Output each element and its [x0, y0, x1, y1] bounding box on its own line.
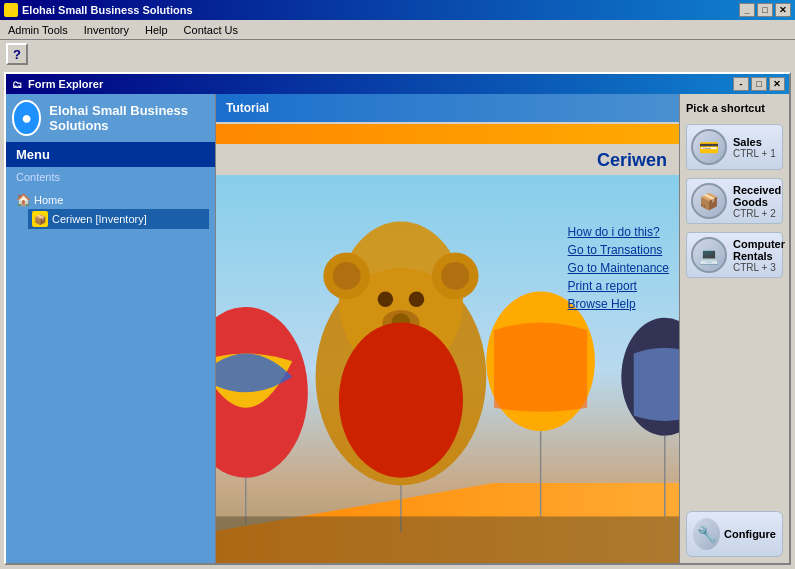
- logo-icon: ●: [21, 108, 32, 129]
- shortcuts-panel: Pick a shortcut 💳 Sales CTRL + 1 📦 Recei…: [679, 94, 789, 563]
- title-bar: ⚡ Elohai Small Business Solutions _ □ ✕: [0, 0, 795, 20]
- maximize-button[interactable]: □: [757, 3, 773, 17]
- menu-admin-tools[interactable]: Admin Tools: [4, 22, 72, 38]
- help-area: ?: [0, 40, 795, 68]
- tree-item-home[interactable]: 🏠 Home: [12, 191, 209, 209]
- close-button[interactable]: ✕: [775, 3, 791, 17]
- app-header: ● Elohai Small Business Solutions: [6, 94, 215, 142]
- tree-child: 📦 Ceriwen [Inventory]: [28, 209, 209, 229]
- tree-ceriwen-label: Ceriwen [Inventory]: [52, 213, 147, 225]
- received-goods-hotkey: CTRL + 2: [733, 208, 781, 219]
- form-title-bar: 🗂 Form Explorer - □ ✕: [6, 74, 789, 94]
- received-goods-name: Received Goods: [733, 184, 781, 208]
- svg-rect-11: [370, 377, 432, 439]
- form-explorer-title: Form Explorer: [28, 78, 103, 90]
- tutorial-label: Tutorial: [226, 101, 269, 115]
- window-title: Elohai Small Business Solutions: [22, 4, 193, 16]
- menu-label: Menu: [16, 147, 50, 162]
- link-print[interactable]: Print a report: [568, 279, 669, 293]
- tree-item-ceriwen[interactable]: 📦 Ceriwen [Inventory]: [28, 209, 209, 229]
- form-maximize-button[interactable]: □: [751, 77, 767, 91]
- content-section: Tutorial Ceriwen: [216, 94, 679, 563]
- link-transactions[interactable]: Go to Transations: [568, 243, 669, 257]
- link-browse-help[interactable]: Browse Help: [568, 297, 669, 311]
- configure-icon: 🔧: [693, 518, 720, 550]
- link-how-to[interactable]: How do i do this?: [568, 225, 669, 239]
- tree-home-label: Home: [34, 194, 63, 206]
- shortcut-received-goods-text: Received Goods CTRL + 2: [733, 184, 781, 219]
- form-close-button[interactable]: ✕: [769, 77, 785, 91]
- orange-bar: [216, 124, 679, 144]
- computer-rentals-name: Computer Rentals: [733, 238, 785, 262]
- tutorial-bar: Tutorial: [216, 94, 679, 122]
- right-side: Tutorial Ceriwen: [216, 94, 789, 563]
- shortcut-computer-rentals[interactable]: 💻 Computer Rentals CTRL + 3: [686, 232, 783, 278]
- home-icon: 🏠: [16, 193, 30, 207]
- form-title-icon: 🗂: [10, 77, 24, 91]
- shortcuts-title: Pick a shortcut: [686, 100, 783, 120]
- shortcut-sales-text: Sales CTRL + 1: [733, 136, 776, 159]
- left-panel: ● Elohai Small Business Solutions Menu C…: [6, 94, 216, 563]
- link-maintenance[interactable]: Go to Maintenance: [568, 261, 669, 275]
- menu-help[interactable]: Help: [141, 22, 172, 38]
- svg-point-4: [333, 262, 361, 290]
- inventory-icon: 📦: [32, 211, 48, 227]
- form-minimize-button[interactable]: -: [733, 77, 749, 91]
- sales-icon: 💳: [691, 129, 727, 165]
- configure-button[interactable]: 🔧 Configure: [686, 511, 783, 557]
- ceriwen-heading: Ceriwen: [216, 146, 679, 175]
- help-button[interactable]: ?: [6, 43, 28, 65]
- menu-header: Menu: [6, 142, 215, 167]
- main-content-area: 📦 Ceriwen How do i do this? Go to Transa…: [216, 175, 679, 563]
- ceriwen-heading-text: Ceriwen: [597, 150, 667, 170]
- sales-name: Sales: [733, 136, 776, 148]
- form-title-left: 🗂 Form Explorer: [10, 77, 103, 91]
- svg-point-7: [409, 291, 425, 307]
- title-bar-left: ⚡ Elohai Small Business Solutions: [4, 3, 193, 17]
- app-icon: ⚡: [4, 3, 18, 17]
- app-logo: ●: [12, 100, 41, 136]
- received-goods-icon: 📦: [691, 183, 727, 219]
- configure-label: Configure: [724, 528, 776, 540]
- svg-rect-21: [216, 516, 679, 563]
- shortcut-computer-rentals-text: Computer Rentals CTRL + 3: [733, 238, 785, 273]
- svg-point-6: [378, 291, 394, 307]
- inner-layout: ● Elohai Small Business Solutions Menu C…: [6, 94, 789, 563]
- svg-point-5: [441, 262, 469, 290]
- tree-area: 🏠 Home 📦 Ceriwen [Inventory]: [6, 187, 215, 233]
- title-bar-controls: _ □ ✕: [739, 3, 791, 17]
- shortcut-received-goods[interactable]: 📦 Received Goods CTRL + 2: [686, 178, 783, 224]
- menu-inventory[interactable]: Inventory: [80, 22, 133, 38]
- form-explorer-window: 🗂 Form Explorer - □ ✕ ● Elohai Small Bus…: [4, 72, 791, 565]
- minimize-button[interactable]: _: [739, 3, 755, 17]
- menu-contact-us[interactable]: Contact Us: [180, 22, 242, 38]
- contents-text: Contents: [16, 171, 60, 183]
- app-title-text: Elohai Small Business Solutions: [49, 103, 209, 133]
- contents-label: Contents: [6, 167, 215, 187]
- menu-bar: Admin Tools Inventory Help Contact Us: [0, 20, 795, 40]
- sales-hotkey: CTRL + 1: [733, 148, 776, 159]
- form-controls: - □ ✕: [733, 77, 785, 91]
- shortcut-sales[interactable]: 💳 Sales CTRL + 1: [686, 124, 783, 170]
- computer-rentals-hotkey: CTRL + 3: [733, 262, 785, 273]
- links-panel: How do i do this? Go to Transations Go t…: [568, 225, 669, 311]
- computer-rentals-icon: 💻: [691, 237, 727, 273]
